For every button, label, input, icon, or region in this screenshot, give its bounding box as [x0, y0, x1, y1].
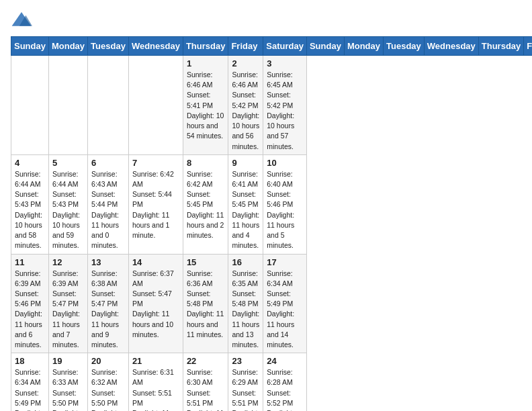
day-number: 8 — [187, 158, 225, 168]
calendar-cell: 11Sunrise: 6:39 AM Sunset: 5:46 PM Dayli… — [11, 254, 49, 353]
day-info: Sunrise: 6:36 AM Sunset: 5:48 PM Dayligh… — [187, 269, 225, 340]
day-info: Sunrise: 6:38 AM Sunset: 5:47 PM Dayligh… — [91, 269, 125, 351]
day-number: 21 — [132, 356, 179, 366]
day-number: 15 — [187, 257, 225, 267]
day-info: Sunrise: 6:31 AM Sunset: 5:51 PM Dayligh… — [132, 367, 179, 411]
calendar-cell: 24Sunrise: 6:28 AM Sunset: 5:52 PM Dayli… — [263, 353, 307, 411]
calendar-cell: 13Sunrise: 6:38 AM Sunset: 5:47 PM Dayli… — [88, 254, 129, 353]
day-number: 23 — [232, 356, 259, 366]
calendar-week-row: 1Sunrise: 6:46 AM Sunset: 5:41 PM Daylig… — [11, 56, 533, 155]
day-info: Sunrise: 6:44 AM Sunset: 5:43 PM Dayligh… — [52, 169, 84, 251]
calendar-cell: 9Sunrise: 6:41 AM Sunset: 5:45 PM Daylig… — [228, 154, 263, 254]
day-info: Sunrise: 6:41 AM Sunset: 5:45 PM Dayligh… — [232, 169, 259, 251]
calendar-cell: 1Sunrise: 6:46 AM Sunset: 5:41 PM Daylig… — [183, 56, 228, 155]
calendar-cell: 7Sunrise: 6:42 AM Sunset: 5:44 PM Daylig… — [128, 154, 183, 254]
day-number: 7 — [132, 158, 179, 168]
calendar-cell: 20Sunrise: 6:32 AM Sunset: 5:50 PM Dayli… — [88, 353, 129, 411]
header — [11, 11, 521, 30]
day-number: 12 — [52, 257, 84, 267]
day-number: 18 — [15, 356, 45, 366]
day-number: 1 — [187, 58, 225, 68]
day-of-week-header: Tuesday — [88, 37, 129, 56]
day-info: Sunrise: 6:40 AM Sunset: 5:46 PM Dayligh… — [267, 169, 303, 251]
calendar-cell — [48, 56, 87, 155]
day-info: Sunrise: 6:39 AM Sunset: 5:46 PM Dayligh… — [15, 269, 45, 351]
calendar-cell: 12Sunrise: 6:39 AM Sunset: 5:47 PM Dayli… — [48, 254, 87, 353]
day-of-week-header: Friday — [228, 37, 263, 56]
day-of-week-header: Tuesday — [384, 37, 425, 56]
day-number: 11 — [15, 257, 45, 267]
day-number: 13 — [91, 257, 125, 267]
logo — [11, 11, 35, 30]
day-info: Sunrise: 6:42 AM Sunset: 5:45 PM Dayligh… — [187, 169, 225, 241]
day-number: 6 — [91, 158, 125, 168]
day-number: 4 — [15, 158, 45, 168]
calendar-cell: 5Sunrise: 6:44 AM Sunset: 5:43 PM Daylig… — [48, 154, 87, 254]
calendar-week-row: 4Sunrise: 6:44 AM Sunset: 5:43 PM Daylig… — [11, 154, 533, 254]
day-info: Sunrise: 6:46 AM Sunset: 5:41 PM Dayligh… — [187, 70, 225, 142]
calendar-header-row: SundayMondayTuesdayWednesdayThursdayFrid… — [11, 37, 533, 56]
day-of-week-header: Monday — [48, 37, 87, 56]
calendar-cell — [88, 56, 129, 155]
day-info: Sunrise: 6:45 AM Sunset: 5:42 PM Dayligh… — [267, 70, 303, 152]
calendar-cell: 8Sunrise: 6:42 AM Sunset: 5:45 PM Daylig… — [183, 154, 228, 254]
calendar-cell: 10Sunrise: 6:40 AM Sunset: 5:46 PM Dayli… — [263, 154, 307, 254]
day-number: 9 — [232, 158, 259, 168]
day-of-week-header: Monday — [344, 37, 383, 56]
calendar-cell — [128, 56, 183, 155]
day-info: Sunrise: 6:35 AM Sunset: 5:48 PM Dayligh… — [232, 269, 259, 351]
day-of-week-header: Sunday — [11, 37, 49, 56]
day-info: Sunrise: 6:39 AM Sunset: 5:47 PM Dayligh… — [52, 269, 84, 351]
calendar-cell: 19Sunrise: 6:33 AM Sunset: 5:50 PM Dayli… — [48, 353, 87, 411]
day-of-week-header: Thursday — [183, 37, 228, 56]
day-number: 24 — [267, 356, 303, 366]
calendar-cell: 15Sunrise: 6:36 AM Sunset: 5:48 PM Dayli… — [183, 254, 228, 353]
calendar-cell: 16Sunrise: 6:35 AM Sunset: 5:48 PM Dayli… — [228, 254, 263, 353]
day-number: 20 — [91, 356, 125, 366]
day-info: Sunrise: 6:46 AM Sunset: 5:42 PM Dayligh… — [232, 70, 259, 152]
day-info: Sunrise: 6:29 AM Sunset: 5:51 PM Dayligh… — [232, 367, 259, 411]
day-info: Sunrise: 6:37 AM Sunset: 5:47 PM Dayligh… — [132, 269, 179, 340]
day-number: 5 — [52, 158, 84, 168]
day-of-week-header: Wednesday — [424, 37, 478, 56]
calendar-cell: 14Sunrise: 6:37 AM Sunset: 5:47 PM Dayli… — [128, 254, 183, 353]
day-number: 14 — [132, 257, 179, 267]
day-of-week-header: Sunday — [306, 37, 344, 56]
day-info: Sunrise: 6:32 AM Sunset: 5:50 PM Dayligh… — [91, 367, 125, 411]
calendar-cell: 3Sunrise: 6:45 AM Sunset: 5:42 PM Daylig… — [263, 56, 307, 155]
day-info: Sunrise: 6:43 AM Sunset: 5:44 PM Dayligh… — [91, 169, 125, 251]
day-of-week-header: Wednesday — [128, 37, 183, 56]
day-number: 17 — [267, 257, 303, 267]
calendar-cell: 17Sunrise: 6:34 AM Sunset: 5:49 PM Dayli… — [263, 254, 307, 353]
calendar-table: SundayMondayTuesdayWednesdayThursdayFrid… — [11, 36, 532, 411]
day-info: Sunrise: 6:44 AM Sunset: 5:43 PM Dayligh… — [15, 169, 45, 251]
calendar-cell: 2Sunrise: 6:46 AM Sunset: 5:42 PM Daylig… — [228, 56, 263, 155]
day-number: 2 — [232, 58, 259, 68]
day-of-week-header: Thursday — [478, 37, 524, 56]
day-number: 10 — [267, 158, 303, 168]
day-of-week-header: Saturday — [263, 37, 307, 56]
calendar-cell: 23Sunrise: 6:29 AM Sunset: 5:51 PM Dayli… — [228, 353, 263, 411]
calendar-cell: 4Sunrise: 6:44 AM Sunset: 5:43 PM Daylig… — [11, 154, 49, 254]
calendar-week-row: 11Sunrise: 6:39 AM Sunset: 5:46 PM Dayli… — [11, 254, 533, 353]
logo-icon — [11, 11, 32, 30]
day-number: 16 — [232, 257, 259, 267]
calendar-cell: 6Sunrise: 6:43 AM Sunset: 5:44 PM Daylig… — [88, 154, 129, 254]
calendar-cell: 18Sunrise: 6:34 AM Sunset: 5:49 PM Dayli… — [11, 353, 49, 411]
calendar-cell: 22Sunrise: 6:30 AM Sunset: 5:51 PM Dayli… — [183, 353, 228, 411]
day-info: Sunrise: 6:42 AM Sunset: 5:44 PM Dayligh… — [132, 169, 179, 241]
day-info: Sunrise: 6:34 AM Sunset: 5:49 PM Dayligh… — [267, 269, 303, 351]
day-number: 19 — [52, 356, 84, 366]
day-info: Sunrise: 6:28 AM Sunset: 5:52 PM Dayligh… — [267, 367, 303, 411]
day-info: Sunrise: 6:34 AM Sunset: 5:49 PM Dayligh… — [15, 367, 45, 411]
calendar-cell: 21Sunrise: 6:31 AM Sunset: 5:51 PM Dayli… — [128, 353, 183, 411]
calendar-week-row: 18Sunrise: 6:34 AM Sunset: 5:49 PM Dayli… — [11, 353, 533, 411]
calendar-cell — [11, 56, 49, 155]
day-of-week-header: Friday — [524, 37, 532, 56]
day-number: 3 — [267, 58, 303, 68]
day-info: Sunrise: 6:30 AM Sunset: 5:51 PM Dayligh… — [187, 367, 225, 411]
day-number: 22 — [187, 356, 225, 366]
day-info: Sunrise: 6:33 AM Sunset: 5:50 PM Dayligh… — [52, 367, 84, 411]
